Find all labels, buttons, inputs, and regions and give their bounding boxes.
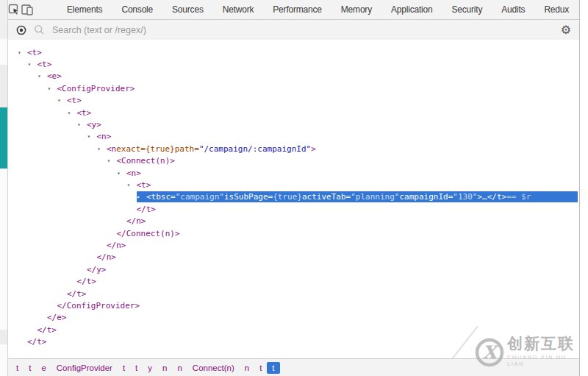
tree-row[interactable]: ▾<n>: [8, 167, 579, 179]
right-gutter: [580, 0, 588, 376]
devtools-tabbar: ElementsConsoleSourcesNetworkPerformance…: [8, 0, 579, 20]
search-input[interactable]: [51, 24, 557, 36]
tree-segment-tag: </t>: [37, 325, 57, 335]
tree-segment-value: "planning": [351, 192, 399, 202]
tree-segment-tag: <n: [107, 144, 116, 154]
react-toolbar: ⚙: [8, 20, 579, 40]
tree-row[interactable]: ▾<t>: [8, 46, 579, 58]
device-toolbar-icon[interactable]: [21, 1, 34, 19]
tree-row[interactable]: </n>: [8, 252, 579, 263]
tree-segment-tag: <t>: [27, 48, 42, 57]
breadcrumb-item-4[interactable]: t: [118, 362, 130, 374]
breadcrumb-item-3[interactable]: ConfigProvider: [51, 362, 118, 374]
expand-arrow-icon[interactable]: ▾: [68, 110, 77, 116]
tree-row[interactable]: </e>: [8, 312, 579, 324]
devtools-tab-elements[interactable]: Elements: [57, 0, 112, 19]
tree-row[interactable]: </n>: [8, 239, 579, 251]
devtools-tab-security[interactable]: Security: [442, 0, 492, 19]
tree-segment-tag: </t>: [137, 205, 157, 214]
tree-row[interactable]: </t>: [8, 288, 579, 299]
tree-row[interactable]: </y>: [8, 263, 579, 275]
tree-row[interactable]: ▾<t>: [8, 107, 579, 118]
breadcrumb-item-5[interactable]: t: [130, 362, 143, 374]
devtools-tab-performance[interactable]: Performance: [263, 0, 331, 19]
tree-segment-value: "campaign": [176, 192, 224, 202]
breadcrumb-item-6[interactable]: y: [143, 362, 157, 374]
devtools-tab-sources[interactable]: Sources: [162, 0, 213, 19]
tree-row[interactable]: ▾<Connect(n)>: [8, 155, 579, 167]
tree-segment-name: path=: [175, 144, 199, 154]
collapse-arrow-icon[interactable]: ▸: [137, 194, 146, 200]
watermark-text: 创新互联 CHUANG XIN HU LIAN: [507, 335, 585, 367]
tree-segment-tag: </Connect(n)>: [117, 229, 180, 238]
breadcrumb-item-12[interactable]: t: [267, 362, 279, 374]
expand-arrow-icon[interactable]: ▾: [37, 73, 47, 79]
tree-segment-value: "130": [453, 192, 477, 202]
tree-segment-tag: <n>: [126, 169, 141, 178]
devtools-tab-memory[interactable]: Memory: [331, 0, 381, 19]
tree-segment-tag: </n>: [126, 216, 146, 226]
tree-segment-expr: {true}: [273, 192, 302, 202]
tree-segment-tag: <t>: [37, 60, 52, 69]
breadcrumb-item-9[interactable]: Connect(n): [187, 362, 240, 374]
tree-segment-tag: <t>: [137, 180, 151, 190]
breadcrumb-item-8[interactable]: n: [172, 362, 187, 374]
expand-arrow-icon[interactable]: ▾: [97, 146, 107, 152]
tree-segment-tag: >: [311, 144, 316, 154]
inspect-element-icon[interactable]: [8, 1, 21, 19]
devtools-tab-console[interactable]: Console: [112, 0, 162, 19]
devtools-tab-audits[interactable]: Audits: [492, 0, 534, 19]
devtools-tab-network[interactable]: Network: [213, 0, 264, 19]
tree-segment-tag: </ConfigProvider>: [57, 301, 140, 311]
watermark-en-text: CHUANG XIN HU LIAN: [507, 354, 585, 367]
tree-row[interactable]: </t>: [8, 203, 579, 215]
tree-row[interactable]: </Connect(n)>: [8, 227, 579, 239]
expand-arrow-icon[interactable]: ▾: [127, 182, 137, 188]
tree-row[interactable]: ▾<ConfigProvider>: [8, 82, 579, 94]
tree-segment-tag: </t>: [67, 289, 87, 299]
expand-arrow-icon[interactable]: ▾: [87, 133, 97, 140]
expand-arrow-icon[interactable]: ▾: [57, 97, 67, 104]
tree-segment-tag: </n>: [97, 252, 117, 262]
breadcrumb-item-11[interactable]: t: [254, 362, 267, 374]
tree-segment-name: activeTab=: [302, 192, 351, 202]
tree-segment-tag: </t>: [27, 337, 47, 347]
breadcrumb-item-1[interactable]: t: [24, 362, 36, 374]
expand-arrow-icon[interactable]: ▾: [77, 121, 87, 128]
react-tree: ▾<t>▾<t>▾<e>▾<ConfigProvider>▾<t>▾<t>▾<y…: [8, 40, 579, 359]
devtools-tab-application[interactable]: Application: [381, 0, 442, 19]
tree-segment-name: campaignId=: [399, 192, 453, 202]
tree-row[interactable]: </ConfigProvider>: [8, 299, 579, 311]
expand-arrow-icon[interactable]: ▾: [107, 157, 117, 164]
breadcrumb-item-10[interactable]: n: [240, 362, 254, 374]
tree-row[interactable]: ▾<y>: [8, 118, 579, 130]
watermark-cn-text: 创新互联: [507, 335, 585, 352]
gear-icon[interactable]: ⚙: [557, 21, 575, 39]
tree-segment-tag: <Connect(n)>: [117, 156, 175, 166]
expand-arrow-icon[interactable]: ▾: [28, 61, 37, 68]
expand-arrow-icon[interactable]: ▾: [117, 170, 126, 177]
tree-row[interactable]: </n>: [8, 215, 579, 227]
devtools-screenshot: ElementsConsoleSourcesNetworkPerformance…: [0, 0, 588, 376]
breadcrumb-item-2[interactable]: e: [36, 362, 51, 374]
tree-row[interactable]: ▾<t>: [8, 95, 579, 107]
tree-row[interactable]: ▾<n>: [8, 131, 579, 143]
devtools-tab-redux[interactable]: Redux: [534, 0, 578, 19]
tree-row[interactable]: ▾<e>: [8, 71, 579, 82]
tree-row[interactable]: ▾<t>: [8, 179, 579, 191]
tree-segment-tag: </t>: [77, 277, 97, 286]
expand-arrow-icon[interactable]: ▾: [48, 85, 57, 92]
tree-row[interactable]: ▾<t>: [8, 58, 579, 70]
tree-row[interactable]: ▸<t bsc="campaign" isSubPage={true} acti…: [8, 191, 579, 203]
page-strip-teal-block: [0, 107, 7, 169]
tree-row[interactable]: ▾<n exact={true} path="/campaign/:campai…: [8, 143, 579, 155]
breadcrumb-item-0[interactable]: t: [11, 362, 24, 374]
page-strip-block: [0, 65, 7, 107]
tree-row[interactable]: </t>: [8, 275, 579, 287]
tree-segment-tag: </n>: [107, 241, 126, 250]
devtools-panel: ElementsConsoleSourcesNetworkPerformance…: [7, 0, 580, 376]
pick-element-icon[interactable]: [12, 21, 30, 39]
page-behind-strip: [0, 0, 7, 376]
breadcrumb-item-7[interactable]: n: [157, 362, 172, 374]
expand-arrow-icon[interactable]: ▾: [18, 49, 27, 56]
